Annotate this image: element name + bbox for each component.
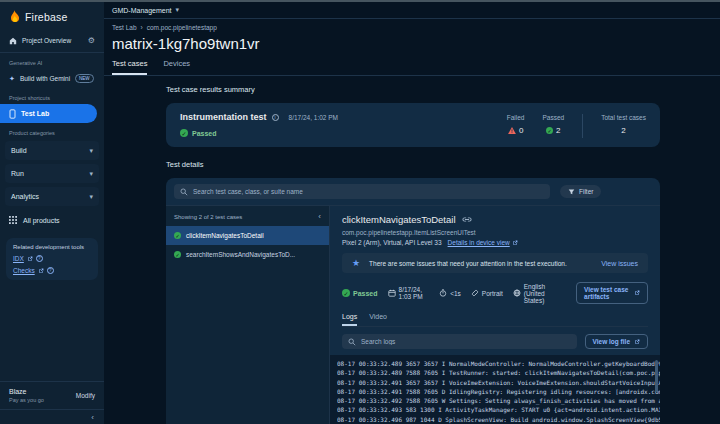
- showing-count-label: Showing 2 of 2 test cases: [174, 214, 242, 220]
- case-locale: English (United States): [524, 283, 566, 304]
- collapse-list-icon[interactable]: ‹: [318, 212, 321, 221]
- log-search-input[interactable]: [361, 338, 571, 345]
- sidebar-collapse-button[interactable]: ‹: [0, 409, 104, 424]
- total-count: 2: [621, 126, 625, 135]
- passed-label: Passed: [543, 114, 565, 121]
- warning-triangle-icon: [508, 127, 516, 134]
- device-name: Pixel 2 (Arm), Virtual, API Level 33: [342, 239, 442, 246]
- project-overview-label: Project Overview: [22, 37, 71, 44]
- checks-link[interactable]: Checks: [13, 267, 35, 274]
- case-status: Passed: [353, 290, 378, 297]
- idx-link[interactable]: IDX: [13, 255, 24, 262]
- log-line: 08-17 00:33:32.489 7588 7605 I TestRunne…: [337, 368, 660, 377]
- tool-link-checks[interactable]: Checks ?: [13, 267, 91, 274]
- main-area: GMD-Management ▾ Test Lab › com.poc.pipe…: [104, 2, 720, 424]
- generative-ai-label: Generative AI: [0, 53, 104, 69]
- device-view-link-label: Details in device view: [448, 239, 510, 246]
- chevron-down-icon: ▾: [89, 170, 93, 178]
- view-issues-button[interactable]: View issues: [601, 260, 638, 267]
- sidebar-item-all-products[interactable]: All products: [0, 208, 104, 232]
- total-label: Total test cases: [601, 114, 646, 121]
- help-icon[interactable]: ?: [36, 255, 43, 262]
- firebase-brand[interactable]: Firebase: [0, 2, 104, 31]
- all-products-label: All products: [23, 217, 60, 224]
- tab-video[interactable]: Video: [369, 313, 387, 326]
- sidebar-item-build-with-gemini[interactable]: ✦ Build with Gemini NEW: [0, 69, 104, 88]
- tab-logs[interactable]: Logs: [342, 313, 357, 326]
- help-icon[interactable]: ?: [47, 267, 54, 274]
- result-meta-row: ✓ Passed 8/17/24, 1:03 PM <1s: [342, 282, 648, 304]
- list-item-clickItemNavigatesToDetail[interactable]: ✓ clickItemNavigatesToDetail: [166, 226, 329, 245]
- timer-icon: [439, 289, 447, 297]
- sidebar-item-run[interactable]: Run ▾: [5, 164, 99, 183]
- log-scrollbar[interactable]: [655, 360, 658, 392]
- view-log-file-label: View log file: [593, 338, 630, 345]
- case-search-box: [174, 184, 550, 199]
- brand-name: Firebase: [25, 11, 67, 23]
- summary-section-title: Test case results summary: [166, 85, 660, 94]
- sidebar: Firebase Project Overview ⚙ Generative A…: [0, 2, 104, 424]
- plan-description: Pay as you go: [9, 397, 44, 403]
- sidebar-item-test-lab[interactable]: Test Lab: [0, 104, 97, 123]
- gear-icon[interactable]: ⚙: [88, 36, 95, 45]
- sidebar-item-project-overview[interactable]: Project Overview ⚙: [0, 31, 104, 53]
- view-artifacts-button[interactable]: View test case artifacts: [576, 282, 648, 304]
- stat-total: Total test cases 2: [601, 114, 646, 135]
- external-link-icon: [38, 268, 44, 274]
- filter-button[interactable]: Filter: [560, 185, 601, 198]
- case-orientation: Portrait: [482, 290, 503, 297]
- issues-banner-text: There are some issues that need your att…: [369, 260, 567, 267]
- failed-count: 0: [519, 126, 523, 135]
- page-header: Test Lab › com.poc.pipelinetestapp matri…: [104, 19, 720, 76]
- home-icon: [9, 37, 17, 45]
- stat-passed: Passed ✓ 2: [543, 114, 565, 135]
- related-tools-card: Related development tools IDX ? Checks ?: [6, 238, 98, 280]
- case-duration-meta: <1s: [439, 289, 461, 297]
- sidebar-item-analytics[interactable]: Analytics ▾: [5, 187, 99, 206]
- check-circle-icon: ✓: [180, 129, 188, 137]
- plan-name: Blaze: [9, 388, 44, 395]
- device-view-link[interactable]: Details in device view: [448, 239, 518, 246]
- external-link-icon: [634, 339, 640, 345]
- passed-count: 2: [556, 126, 560, 135]
- check-circle-icon: ✓: [174, 251, 181, 258]
- breadcrumb-test-lab[interactable]: Test Lab: [112, 24, 137, 31]
- search-icon: [348, 338, 356, 346]
- list-item-searchItemShowsAndNavigatesToD[interactable]: ✓ searchItemShowsAndNavigatesToD...: [166, 245, 329, 264]
- sidebar-item-build[interactable]: Build ▾: [5, 141, 99, 160]
- info-icon[interactable]: i: [272, 114, 279, 121]
- view-log-file-button[interactable]: View log file: [585, 334, 648, 349]
- related-tools-title: Related development tools: [13, 244, 91, 250]
- project-selector[interactable]: GMD-Management ▾: [112, 6, 179, 14]
- case-title: clickItemNavigatesToDetail: [342, 214, 456, 225]
- tab-test-cases[interactable]: Test cases: [112, 59, 147, 75]
- case-duration: <1s: [450, 290, 461, 297]
- external-link-icon: [27, 256, 33, 262]
- grid-icon: [9, 216, 17, 224]
- external-link-icon: [512, 240, 518, 246]
- case-search-input[interactable]: [193, 188, 544, 195]
- summary-timestamp: 8/17/24, 1:02 PM: [289, 114, 339, 121]
- link-icon[interactable]: [462, 217, 472, 222]
- tool-link-idx[interactable]: IDX ?: [13, 255, 91, 262]
- chevron-down-icon: ▾: [89, 147, 93, 155]
- star-icon: ★: [352, 258, 360, 268]
- check-circle-icon: ✓: [546, 127, 553, 134]
- project-shortcuts-label: Project shortcuts: [0, 88, 104, 104]
- log-output[interactable]: 08-17 00:33:32.489 3657 3657 I NormalMod…: [330, 355, 660, 424]
- log-line: 08-17 00:33:32.489 3657 3657 I NormalMod…: [337, 359, 660, 368]
- breadcrumb-package[interactable]: com.poc.pipelinetestapp: [147, 24, 217, 31]
- check-circle-icon: ✓: [174, 232, 181, 239]
- test-type-label: Instrumentation test: [180, 112, 267, 122]
- breadcrumb: Test Lab › com.poc.pipelinetestapp: [112, 24, 712, 31]
- log-line: 08-17 00:33:32.491 3657 3657 I VoiceImeE…: [337, 378, 660, 387]
- test-case-list: Showing 2 of 2 test cases ‹ ✓ clickItemN…: [166, 206, 330, 424]
- globe-icon: [513, 289, 521, 297]
- tab-devices[interactable]: Devices: [163, 59, 190, 75]
- log-line: 08-17 00:33:32.491 7588 7605 D IdlingReg…: [337, 387, 660, 396]
- screen-rotation-icon: [471, 289, 479, 297]
- modify-plan-button[interactable]: Modify: [76, 392, 95, 399]
- run-label: Run: [11, 170, 24, 177]
- calendar-icon: [388, 289, 396, 297]
- details-section-title: Test details: [166, 160, 660, 169]
